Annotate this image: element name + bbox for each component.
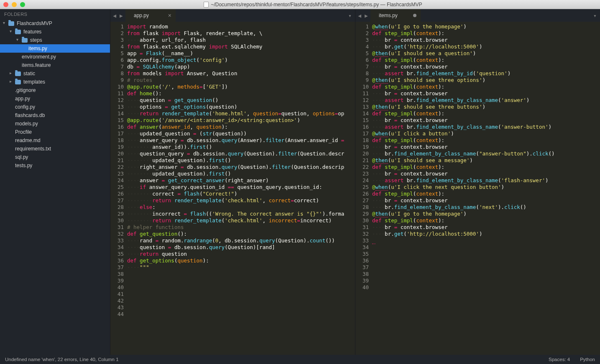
code-editor-right[interactable]: 1234567891011121314151617181920212223242…: [355, 22, 600, 355]
file--gitignore[interactable]: .gitignore: [0, 86, 110, 94]
minimize-window-button[interactable]: [12, 2, 17, 7]
code-line[interactable]: app = Flask(__name__): [127, 50, 355, 57]
file-environment-py[interactable]: environment.py: [0, 53, 110, 61]
code-line[interactable]: from flask import Flask, render_template…: [127, 30, 355, 37]
code-line[interactable]: ········return render_template('check.ht…: [127, 217, 355, 224]
file-models-py[interactable]: models.py: [0, 120, 110, 128]
code-line[interactable]: ····question = db.session.query(Question…: [127, 244, 355, 251]
code-line[interactable]: def step_impl(context):: [372, 57, 600, 64]
code-line[interactable]: ····question = get_question(): [127, 97, 355, 104]
close-icon[interactable]: ×: [168, 12, 171, 19]
status-message[interactable]: Undefined name 'when', 22 errors, Line 4…: [5, 357, 119, 362]
code-line[interactable]: @then(u'I should see a question'): [372, 50, 600, 57]
code-line[interactable]: ····br = context.browser: [372, 144, 600, 150]
status-language[interactable]: Python: [580, 357, 595, 362]
tab-nav-right[interactable]: ◀ ▶: [355, 9, 370, 22]
code-line[interactable]: # routes: [127, 77, 355, 84]
code-line[interactable]: ····return question: [127, 251, 355, 257]
code-line[interactable]: ····answer_query = db.session.query(Answ…: [127, 137, 355, 144]
code-line[interactable]: def step_impl(context):: [372, 110, 600, 117]
maximize-window-button[interactable]: [20, 2, 25, 7]
code-line[interactable]: def home():: [127, 90, 355, 97]
code-line[interactable]: def get_question():: [127, 231, 355, 237]
code-line[interactable]: ········updated_question).first(): [127, 157, 355, 164]
code-line[interactable]: ····assert br.find_element_by_class_name…: [372, 124, 600, 130]
code-line[interactable]: @when(u'I go to the homepage'): [372, 23, 600, 30]
code-line[interactable]: ····br = context.browser: [372, 171, 600, 177]
code-line[interactable]: ········return render_template('check.ht…: [127, 197, 355, 204]
code-line[interactable]: ····return render_template('home.html', …: [127, 110, 355, 117]
folder-static[interactable]: static: [0, 69, 110, 78]
code-line[interactable]: ····options = get_options(question): [127, 104, 355, 110]
tab-nav-left[interactable]: ◀ ▶: [110, 9, 125, 22]
code-line[interactable]: ····assert br.find_element_by_class_name…: [372, 97, 600, 104]
code-line[interactable]: @app.route('/', methods=['GET']): [127, 84, 355, 90]
code-line[interactable]: def step_impl(context):: [372, 217, 600, 224]
tab-dropdown-left[interactable]: ▾: [345, 9, 355, 22]
code-line[interactable]: ····answer = get_correct_answer(right_an…: [127, 177, 355, 184]
file-items-py[interactable]: items.py: [0, 44, 110, 53]
code-line[interactable]: import random: [127, 23, 355, 30]
code-line[interactable]: ········incorrect = flash(('Wrong. The c…: [127, 211, 355, 217]
code-line[interactable]: # helper functions: [127, 224, 355, 231]
code-line[interactable]: ····if answer_query.question_id == quest…: [127, 184, 355, 191]
file-sql-py[interactable]: sql.py: [0, 153, 110, 161]
code-line[interactable]: ····right_answer = db.session.query(Ques…: [127, 164, 355, 171]
code-line[interactable]: ····br = context.browser: [372, 224, 600, 231]
folder-templates[interactable]: templates: [0, 78, 110, 86]
code-editor-left[interactable]: 1234567891011121314151617181920212223242…: [110, 22, 355, 355]
code-line[interactable]: ····br.find_element_by_class_name('next'…: [372, 204, 600, 211]
code-line[interactable]: @then(u'I should see a message'): [372, 157, 600, 164]
file-readme-md[interactable]: readme.md: [0, 136, 110, 145]
code-line[interactable]: @then(u'I should see three options'): [372, 77, 600, 84]
tab-app-py[interactable]: app.py ×: [125, 9, 176, 22]
code-line[interactable]: ····br = context.browser: [372, 117, 600, 124]
code-line[interactable]: app.config.from_object('config'): [127, 57, 355, 64]
code-line[interactable]: def step_impl(context):: [372, 164, 600, 171]
code-line[interactable]: @when(u'I click the next question button…: [372, 184, 600, 191]
code-line[interactable]: ····br.find_element_by_class_name("answe…: [372, 150, 600, 157]
code-line[interactable]: [372, 237, 600, 244]
file-items-feature[interactable]: items.feature: [0, 61, 110, 69]
code-content-left[interactable]: import randomfrom flask import Flask, re…: [127, 22, 355, 355]
folder-FlashcardsMVP[interactable]: FlashcardsMVP: [0, 19, 110, 28]
code-line[interactable]: ····abort, url_for, flash: [127, 37, 355, 43]
file-config-py[interactable]: config.py: [0, 103, 110, 111]
status-indent[interactable]: Spaces: 4: [549, 357, 570, 362]
code-line[interactable]: @then(u'I go to the homepage'): [372, 211, 600, 217]
code-line[interactable]: ····br = context.browser: [372, 197, 600, 204]
file-app-py[interactable]: app.py: [0, 94, 110, 103]
code-line[interactable]: ····assert br.find_element_by_class_name…: [372, 177, 600, 184]
folder-features[interactable]: features: [0, 28, 110, 36]
code-line[interactable]: def get_options(question):: [127, 257, 355, 264]
code-line[interactable]: from flask.ext.sqlalchemy import SQLAlch…: [127, 43, 355, 50]
close-window-button[interactable]: [3, 2, 8, 7]
code-line[interactable]: def step_impl(context):: [372, 137, 600, 144]
tab-items-py[interactable]: items.py: [370, 9, 421, 22]
code-line[interactable]: ········updated_question).first(): [127, 171, 355, 177]
code-line[interactable]: def answer(answer_id, question):: [127, 124, 355, 130]
code-line[interactable]: ····br = context.browser: [372, 37, 600, 43]
code-line[interactable]: ····else:: [127, 204, 355, 211]
code-line[interactable]: def step_impl(context):: [372, 84, 600, 90]
code-line[interactable]: @app.route('/answer/<int:answer_id>/<str…: [127, 117, 355, 124]
code-line[interactable]: @when(u'I click a button'): [372, 130, 600, 137]
code-line[interactable]: db = SQLAlchemy(app): [127, 64, 355, 70]
tab-dropdown-right[interactable]: ▾: [590, 9, 600, 22]
code-line[interactable]: ········correct = flash("Correct!"): [127, 191, 355, 197]
file-tests-py[interactable]: tests.py: [0, 161, 110, 170]
code-line[interactable]: ····br = context.browser: [372, 64, 600, 70]
code-line[interactable]: ····br.get('http://localhost:5000'): [372, 43, 600, 50]
file-Procfile[interactable]: Procfile: [0, 128, 110, 136]
code-line[interactable]: ····""": [127, 264, 355, 271]
code-content-right[interactable]: @when(u'I go to the homepage')def step_i…: [372, 22, 600, 355]
code-line[interactable]: ····br.get('http://localhost:5000'): [372, 231, 600, 237]
code-line[interactable]: @then(u'I should see three buttons'): [372, 104, 600, 110]
code-line[interactable]: def step_impl(context):: [372, 30, 600, 37]
code-line[interactable]: ····question_query = db.session.query(Qu…: [127, 150, 355, 157]
file-requirements-txt[interactable]: requirements.txt: [0, 145, 110, 153]
code-line[interactable]: def step_impl(context):: [372, 191, 600, 197]
code-line[interactable]: ····rand = random.randrange(0, db.sessio…: [127, 237, 355, 244]
code-line[interactable]: ····br = context.browser: [372, 90, 600, 97]
code-line[interactable]: from models import Answer, Question: [127, 70, 355, 77]
